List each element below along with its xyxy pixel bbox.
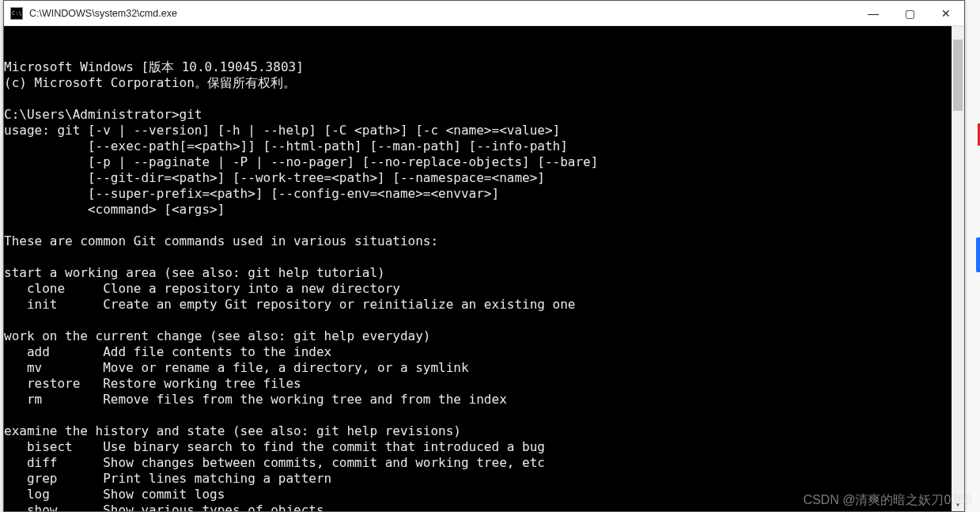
cmd-window: C:\WINDOWS\system32\cmd.exe — ▢ ✕ Micros… xyxy=(3,0,965,512)
terminal-line: mv Move or rename a file, a directory, o… xyxy=(4,360,964,376)
terminal-line: init Create an empty Git repository or r… xyxy=(4,297,964,313)
terminal-line: bisect Use binary search to find the com… xyxy=(4,439,964,455)
scroll-track[interactable] xyxy=(952,40,964,498)
terminal-line xyxy=(4,218,964,233)
minimize-icon: — xyxy=(868,7,879,20)
terminal-line: log Show commit logs xyxy=(4,487,964,503)
scroll-down-button[interactable]: ▾ xyxy=(952,498,964,511)
terminal-line xyxy=(4,249,964,265)
terminal-line: work on the current change (see also: gi… xyxy=(4,328,964,344)
terminal-line: C:\Users\Administrator>git xyxy=(4,107,964,123)
terminal-line: examine the history and state (see also:… xyxy=(4,423,964,439)
maximize-icon: ▢ xyxy=(905,7,915,20)
background-sidebar-hint xyxy=(965,0,980,512)
minimize-button[interactable]: — xyxy=(855,1,891,25)
terminal-line: [--super-prefix=<path>] [--config-env=<n… xyxy=(4,186,964,202)
terminal-output[interactable]: Microsoft Windows [版本 10.0.19045.3803](c… xyxy=(4,26,964,511)
close-icon: ✕ xyxy=(941,7,951,20)
terminal-line: [-p | --paginate | -P | --no-pager] [--n… xyxy=(4,154,964,170)
close-button[interactable]: ✕ xyxy=(928,1,964,25)
terminal-line xyxy=(4,91,964,107)
terminal-line: start a working area (see also: git help… xyxy=(4,265,964,281)
terminal-line: restore Restore working tree files xyxy=(4,376,964,392)
terminal-line: diff Show changes between commits, commi… xyxy=(4,455,964,471)
terminal-line: rm Remove files from the working tree an… xyxy=(4,392,964,408)
terminal-line: [--exec-path[=<path>]] [--html-path] [--… xyxy=(4,138,964,154)
window-title: C:\WINDOWS\system32\cmd.exe xyxy=(29,8,855,19)
terminal-line: usage: git [-v | --version] [-h | --help… xyxy=(4,123,964,138)
maximize-button[interactable]: ▢ xyxy=(891,1,928,25)
terminal-line: Microsoft Windows [版本 10.0.19045.3803] xyxy=(4,59,964,75)
window-controls: — ▢ ✕ xyxy=(855,1,964,25)
terminal-line: [--git-dir=<path>] [--work-tree=<path>] … xyxy=(4,170,964,186)
bg-blue-marker xyxy=(976,237,980,272)
terminal-line: (c) Microsoft Corporation。保留所有权利。 xyxy=(4,75,964,91)
terminal-line: grep Print lines matching a pattern xyxy=(4,471,964,487)
terminal-line: show Show various types of objects xyxy=(4,503,964,511)
terminal-line: add Add file contents to the index xyxy=(4,344,964,360)
cmd-icon xyxy=(10,7,23,20)
terminal-line: clone Clone a repository into a new dire… xyxy=(4,281,964,297)
scroll-thumb[interactable] xyxy=(953,40,963,111)
terminal-line xyxy=(4,408,964,423)
titlebar[interactable]: C:\WINDOWS\system32\cmd.exe — ▢ ✕ xyxy=(4,1,964,26)
vertical-scrollbar[interactable]: ▴ ▾ xyxy=(952,26,964,511)
terminal-line: These are common Git commands used in va… xyxy=(4,233,964,249)
terminal-line xyxy=(4,313,964,328)
terminal-line: <command> [<args>] xyxy=(4,202,964,218)
